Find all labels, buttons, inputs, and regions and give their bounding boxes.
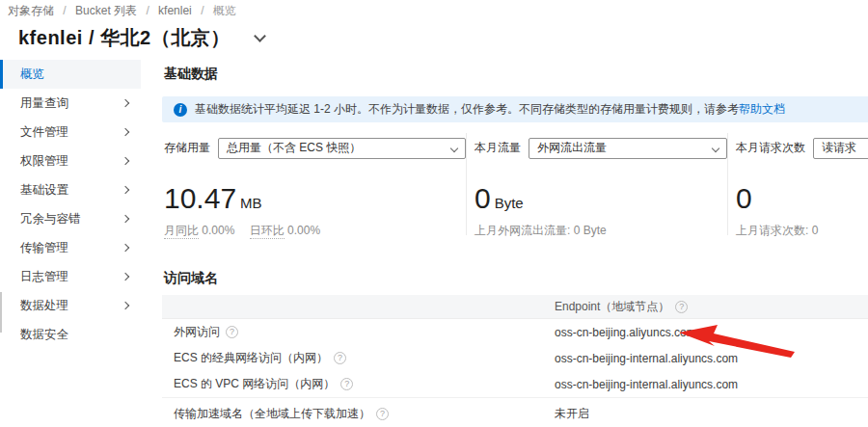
traffic-type-select[interactable]: 外网流出流量 (529, 138, 727, 159)
storage-usage-value: 10.47MB (164, 182, 466, 215)
card-monthly-requests: 本月请求次数 读请求 0 上月请求次数: 0 (727, 133, 868, 235)
card-storage-usage: 存储用量 总用量（不含 ECS 快照） 10.47MB 月同比 0.00% 日环… (162, 133, 466, 235)
endpoint-value: 未开启 (555, 406, 868, 422)
section-title-access-domains: 访问域名 (164, 270, 218, 287)
card-label: 本月流量 (475, 140, 521, 156)
metric-unit: MB (240, 195, 262, 211)
breadcrumb-item-bucket[interactable]: kfenlei (158, 4, 192, 17)
bucket-switch-chevron-down-icon[interactable] (254, 30, 266, 42)
sidebar-item-label: 日志管理 (20, 269, 68, 285)
card-label: 本月请求次数 (736, 140, 805, 156)
chevron-right-icon (122, 244, 129, 252)
sidebar-item-label: 文件管理 (20, 124, 68, 141)
sidebar-item-data-security[interactable]: 数据安全 (0, 320, 141, 349)
row-label: 外网访问 (174, 324, 220, 340)
card-label: 存储用量 (164, 140, 210, 156)
sidebar-item-overview[interactable]: 概览 (0, 60, 141, 89)
stat-value-mom: 0.00% (202, 224, 234, 237)
main-content: 基础数据 i 基础数据统计平均延迟 1-2 小时。不作为计量数据，仅作参考。不同… (162, 58, 868, 427)
chevron-right-icon (122, 99, 129, 107)
row-label: 传输加速域名（全地域上传下载加速） (174, 406, 370, 422)
table-row-ecs-vpc: ECS 的 VPC 网络访问（内网） ? oss-cn-beijing-inte… (162, 371, 868, 397)
sidebar-item-label: 数据安全 (20, 327, 68, 343)
metric-unit: Byte (495, 195, 524, 211)
chevron-right-icon (122, 157, 129, 165)
stat-label-dod: 日环比 (250, 224, 285, 239)
breadcrumb-separator: / (201, 4, 203, 17)
help-doc-link[interactable]: 帮助文档 (739, 101, 785, 118)
access-domain-table: Endpoint（地域节点） ? 外网访问 ? oss-cn-beijing.a… (162, 295, 868, 427)
card-monthly-traffic: 本月流量 外网流出流量 0Byte 上月外网流出流量: 0 Byte (466, 133, 727, 235)
breadcrumb-separator: / (146, 4, 149, 17)
select-value: 外网流出流量 (537, 140, 607, 156)
help-icon[interactable]: ? (675, 301, 688, 313)
chevron-down-icon (712, 144, 719, 151)
banner-text: 基础数据统计平均延迟 1-2 小时。不作为计量数据，仅作参考。不同存储类型的存储… (195, 101, 739, 118)
storage-usage-select[interactable]: 总用量（不含 ECS 快照） (218, 138, 466, 159)
sidebar-item-label: 用量查询 (20, 95, 68, 112)
chevron-right-icon (122, 186, 129, 194)
metric-number: 10.47 (164, 182, 236, 214)
monthly-requests-value: 0 (736, 182, 868, 215)
monthly-requests-substats: 上月请求次数: 0 (736, 223, 868, 239)
metric-cards: 存储用量 总用量（不含 ECS 快照） 10.47MB 月同比 0.00% 日环… (162, 133, 868, 235)
request-type-select[interactable]: 读请求 (813, 138, 868, 159)
endpoint-value: oss-cn-beijing-internal.aliyuncs.com (555, 352, 868, 365)
info-banner: i 基础数据统计平均延迟 1-2 小时。不作为计量数据，仅作参考。不同存储类型的… (162, 96, 868, 122)
table-header-endpoint: Endpoint（地域节点） (555, 299, 669, 315)
sidebar: 概览 用量查询 文件管理 权限管理 基础设置 冗余与容错 传输管理 日志管理 数… (0, 60, 141, 349)
chevron-right-icon (122, 273, 129, 280)
sidebar-item-label: 概览 (20, 67, 44, 83)
breadcrumb-item-current: 概览 (213, 4, 236, 17)
table-row-ecs-classic: ECS 的经典网络访问（内网） ? oss-cn-beijing-interna… (162, 345, 868, 371)
sidebar-item-transfer-management[interactable]: 传输管理 (0, 233, 141, 262)
section-title-basic-data: 基础数据 (164, 66, 218, 83)
breadcrumb: 对象存储 / Bucket 列表 / kfenlei / 概览 (8, 3, 236, 19)
sidebar-item-label: 冗余与容错 (20, 211, 81, 227)
row-label: ECS 的经典网络访问（内网） (174, 350, 328, 366)
sidebar-item-file-management[interactable]: 文件管理 (0, 118, 141, 147)
table-row-transfer-acceleration: 传输加速域名（全地域上传下载加速） ? 未开启 (162, 397, 868, 427)
chevron-right-icon (122, 302, 129, 309)
stat-value-dod: 0.00% (287, 224, 320, 237)
table-header-row: Endpoint（地域节点） ? (162, 295, 868, 319)
sidebar-item-data-processing[interactable]: 数据处理 (0, 291, 141, 320)
page-header: kfenlei / 华北2（北京） (18, 25, 264, 51)
chevron-right-icon (122, 215, 129, 223)
monthly-traffic-value: 0Byte (475, 182, 727, 215)
row-label: ECS 的 VPC 网络访问（内网） (174, 376, 335, 392)
endpoint-value: oss-cn-beijing-internal.aliyuncs.com (555, 378, 868, 391)
select-value: 总用量（不含 ECS 快照） (227, 140, 361, 156)
breadcrumb-item-object-storage[interactable]: 对象存储 (8, 4, 54, 17)
metric-number: 0 (475, 182, 491, 214)
help-icon[interactable]: ? (226, 326, 238, 338)
breadcrumb-item-bucket-list[interactable]: Bucket 列表 (75, 4, 137, 17)
stat-label-mom: 月同比 (164, 224, 199, 239)
sidebar-item-permission-management[interactable]: 权限管理 (0, 147, 141, 175)
info-icon: i (174, 103, 187, 117)
endpoint-value: oss-cn-beijing.aliyuncs.com (555, 326, 868, 339)
help-icon[interactable]: ? (376, 408, 389, 420)
help-icon[interactable]: ? (340, 378, 353, 390)
monthly-traffic-substats: 上月外网流出流量: 0 Byte (475, 223, 727, 239)
sidebar-item-label: 传输管理 (20, 240, 68, 256)
scrollbar-thumb[interactable] (0, 292, 2, 333)
breadcrumb-separator: / (63, 4, 66, 17)
table-row-public-access: 外网访问 ? oss-cn-beijing.aliyuncs.com (162, 319, 868, 345)
metric-number: 0 (736, 182, 752, 214)
help-icon[interactable]: ? (334, 352, 346, 364)
sidebar-item-label: 权限管理 (20, 153, 68, 170)
chevron-down-icon (450, 144, 458, 151)
sidebar-item-label: 基础设置 (20, 182, 68, 199)
sidebar-item-usage-query[interactable]: 用量查询 (0, 89, 141, 118)
sidebar-item-basic-settings[interactable]: 基础设置 (0, 175, 141, 204)
chevron-right-icon (122, 128, 129, 136)
sidebar-item-redundancy[interactable]: 冗余与容错 (0, 204, 141, 233)
storage-usage-substats: 月同比 0.00% 日环比 0.00% (164, 223, 466, 239)
select-value: 读请求 (822, 140, 856, 156)
sidebar-item-log-management[interactable]: 日志管理 (0, 262, 141, 291)
page-title: kfenlei / 华北2（北京） (18, 25, 231, 51)
sidebar-item-label: 数据处理 (20, 298, 68, 314)
